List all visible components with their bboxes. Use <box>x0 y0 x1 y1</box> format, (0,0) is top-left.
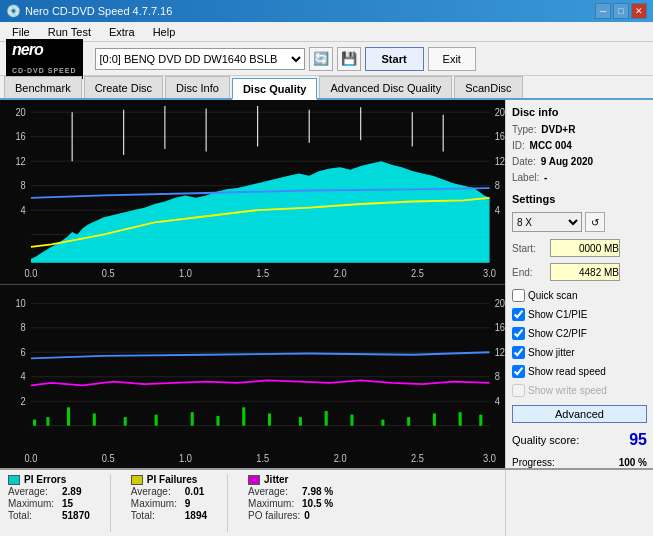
svg-text:2.0: 2.0 <box>334 268 347 280</box>
svg-rect-74 <box>433 413 436 425</box>
svg-text:16: 16 <box>15 131 26 143</box>
svg-rect-72 <box>381 419 384 425</box>
maximize-button[interactable]: □ <box>613 3 629 19</box>
drive-select[interactable]: [0:0] BENQ DVD DD DW1640 BSLB <box>95 48 305 70</box>
svg-text:2.0: 2.0 <box>334 452 347 464</box>
svg-text:8: 8 <box>21 180 26 192</box>
show-c1-label: Show C1/PIE <box>528 309 587 320</box>
show-c1-checkbox[interactable] <box>512 308 525 321</box>
disc-date-row: Date: 9 Aug 2020 <box>512 156 647 167</box>
svg-text:0.5: 0.5 <box>102 268 115 280</box>
svg-text:6: 6 <box>21 346 26 358</box>
progress-key: Progress: <box>512 457 555 468</box>
svg-text:4: 4 <box>21 370 26 382</box>
svg-text:20: 20 <box>495 106 505 118</box>
show-read-speed-checkbox[interactable] <box>512 365 525 378</box>
svg-text:4: 4 <box>21 204 26 216</box>
svg-text:16: 16 <box>495 321 505 333</box>
svg-rect-67 <box>242 407 245 425</box>
tab-benchmark[interactable]: Benchmark <box>4 76 82 98</box>
disc-label-row: Label: - <box>512 172 647 183</box>
minimize-button[interactable]: ─ <box>595 3 611 19</box>
disc-type-key: Type: <box>512 124 536 135</box>
svg-text:4: 4 <box>495 204 500 216</box>
pi-max-key: Maximum: <box>8 498 58 509</box>
quality-score-label: Quality score: <box>512 434 579 446</box>
pi-failures-label: PI Failures <box>147 474 198 485</box>
pi-failures-legend: PI Failures <box>131 474 207 485</box>
refresh-icon[interactable]: 🔄 <box>309 47 333 71</box>
nero-logo: nero CD·DVD SPEED <box>6 39 83 79</box>
svg-rect-68 <box>268 413 271 425</box>
pi-max-row: Maximum: 15 <box>8 498 90 509</box>
svg-rect-61 <box>67 407 70 425</box>
window-controls: ─ □ ✕ <box>595 3 647 19</box>
end-label: End: <box>512 267 547 278</box>
pif-avg-row: Average: 0.01 <box>131 486 207 497</box>
end-input[interactable] <box>550 263 620 281</box>
jitter-avg-key: Average: <box>248 486 298 497</box>
jitter-max-key: Maximum: <box>248 498 298 509</box>
stats-right-filler <box>505 470 653 536</box>
pi-failures-color <box>131 475 143 485</box>
pif-avg-key: Average: <box>131 486 181 497</box>
pi-failures-chart: 10 8 6 4 2 20 16 12 8 4 0.0 0.5 1.0 1.5 … <box>0 285 505 469</box>
save-icon[interactable]: 💾 <box>337 47 361 71</box>
pif-max-key: Maximum: <box>131 498 181 509</box>
svg-text:3.0: 3.0 <box>483 268 496 280</box>
right-panel: Disc info Type: DVD+R ID: MCC 004 Date: … <box>505 100 653 468</box>
charts-area: 20 16 12 8 4 20 16 12 8 4 0.0 0.5 1.0 1.… <box>0 100 505 468</box>
tab-disc-quality[interactable]: Disc Quality <box>232 78 318 100</box>
tab-create-disc[interactable]: Create Disc <box>84 76 163 98</box>
divider1 <box>110 474 111 532</box>
svg-rect-62 <box>93 413 96 425</box>
pif-max-val: 9 <box>185 498 191 509</box>
pif-avg-val: 0.01 <box>185 486 204 497</box>
tab-advanced-disc-quality[interactable]: Advanced Disc Quality <box>319 76 452 98</box>
menu-extra[interactable]: Extra <box>101 24 143 40</box>
show-jitter-checkbox[interactable] <box>512 346 525 359</box>
quality-score-value: 95 <box>629 431 647 449</box>
pi-avg-key: Average: <box>8 486 58 497</box>
disc-type-val: DVD+R <box>541 124 575 135</box>
po-failures-label: PO failures: <box>248 510 300 521</box>
svg-text:2.5: 2.5 <box>411 268 424 280</box>
menu-file[interactable]: File <box>4 24 38 40</box>
show-write-speed-checkbox <box>512 384 525 397</box>
pi-total-key: Total: <box>8 510 58 521</box>
pi-errors-color <box>8 475 20 485</box>
svg-rect-59 <box>33 419 36 425</box>
menu-help[interactable]: Help <box>145 24 184 40</box>
menu-run-test[interactable]: Run Test <box>40 24 99 40</box>
svg-text:20: 20 <box>495 297 505 309</box>
svg-text:1.5: 1.5 <box>256 268 269 280</box>
show-c2-checkbox[interactable] <box>512 327 525 340</box>
pi-failures-svg: 10 8 6 4 2 20 16 12 8 4 0.0 0.5 1.0 1.5 … <box>0 285 505 469</box>
svg-rect-63 <box>124 417 127 426</box>
jitter-stats: Jitter Average: 7.98 % Maximum: 10.5 % P… <box>248 474 333 532</box>
start-input[interactable] <box>550 239 620 257</box>
show-jitter-row: Show jitter <box>512 346 647 359</box>
jitter-max-val: 10.5 % <box>302 498 333 509</box>
app-title: Nero CD-DVD Speed 4.7.7.16 <box>25 5 172 17</box>
close-button[interactable]: ✕ <box>631 3 647 19</box>
app-icon: 💿 <box>6 4 21 18</box>
show-write-speed-label: Show write speed <box>528 385 607 396</box>
disc-id-key: ID: <box>512 140 525 151</box>
start-button[interactable]: Start <box>365 47 424 71</box>
speed-select[interactable]: 8 X <box>512 212 582 232</box>
advanced-button[interactable]: Advanced <box>512 405 647 423</box>
pif-total-row: Total: 1894 <box>131 510 207 521</box>
tab-disc-info[interactable]: Disc Info <box>165 76 230 98</box>
po-failures-val: 0 <box>304 510 310 521</box>
tab-scandisc[interactable]: ScanDisc <box>454 76 522 98</box>
menu-bar: File Run Test Extra Help <box>0 22 653 42</box>
progress-area: Progress: 100 % Position: 4481 MB Speed:… <box>512 457 647 468</box>
pi-errors-chart: 20 16 12 8 4 20 16 12 8 4 0.0 0.5 1.0 1.… <box>0 100 505 285</box>
exit-button[interactable]: Exit <box>428 47 476 71</box>
quick-scan-checkbox[interactable] <box>512 289 525 302</box>
svg-text:0.0: 0.0 <box>24 268 37 280</box>
progress-val: 100 % <box>619 457 647 468</box>
refresh-speed-icon[interactable]: ↺ <box>585 212 605 232</box>
svg-rect-73 <box>407 417 410 426</box>
